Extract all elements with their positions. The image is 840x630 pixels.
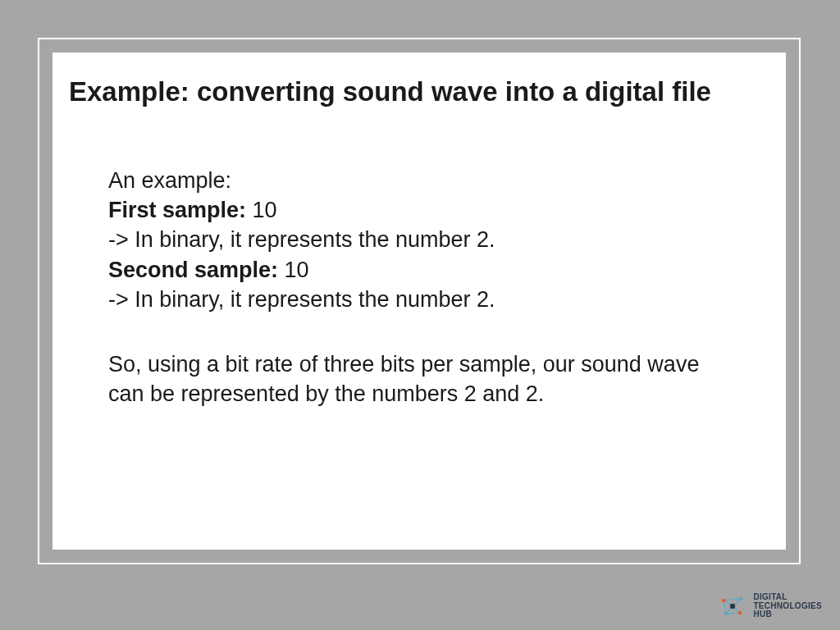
- svg-point-7: [730, 604, 735, 609]
- svg-line-6: [724, 600, 726, 614]
- sample1-line: First sample: 10: [108, 195, 715, 225]
- sample2-label: Second sample:: [108, 258, 278, 282]
- svg-line-5: [726, 613, 740, 614]
- sample1-value: 10: [246, 198, 277, 222]
- slide-content-card: Example: converting sound wave into a di…: [52, 52, 786, 550]
- brand-logo: DIGITAL TECHNOLOGIES HUB: [719, 592, 822, 620]
- sample1-explain: -> In binary, it represents the number 2…: [108, 225, 715, 254]
- sample2-line: Second sample: 10: [108, 255, 715, 285]
- brand-logo-text: DIGITAL TECHNOLOGIES HUB: [753, 593, 822, 619]
- intro-line: An example:: [108, 166, 715, 195]
- sample1-label: First sample:: [108, 198, 246, 222]
- spacer: [108, 315, 715, 349]
- brand-line3: HUB: [753, 610, 822, 619]
- svg-point-10: [724, 612, 728, 616]
- network-icon: [719, 592, 746, 620]
- slide-title: Example: converting sound wave into a di…: [69, 75, 769, 108]
- conclusion-line: So, using a bit rate of three bits per s…: [108, 349, 715, 409]
- sample2-explain: -> In binary, it represents the number 2…: [108, 285, 715, 314]
- svg-point-9: [739, 597, 743, 601]
- svg-point-11: [738, 611, 742, 615]
- sample2-value: 10: [278, 258, 309, 282]
- slide-body: An example: First sample: 10 -> In binar…: [108, 166, 715, 409]
- svg-line-4: [724, 599, 741, 600]
- svg-point-8: [722, 599, 726, 603]
